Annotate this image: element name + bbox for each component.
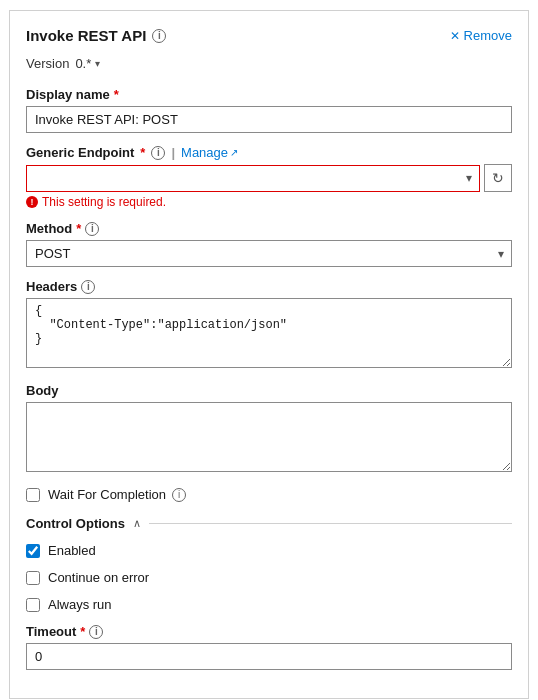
timeout-label: Timeout * i bbox=[26, 624, 512, 639]
timeout-field: Timeout * i bbox=[26, 624, 512, 670]
wait-info-icon[interactable]: i bbox=[172, 488, 186, 502]
error-icon: ! bbox=[26, 196, 38, 208]
headers-info-icon[interactable]: i bbox=[81, 280, 95, 294]
section-title-row: Control Options ∧ bbox=[26, 516, 512, 531]
generic-endpoint-field: Generic Endpoint * i | Manage ↗ ↻ ! bbox=[26, 145, 512, 209]
always-run-checkbox[interactable] bbox=[26, 598, 40, 612]
label-actions: Generic Endpoint * i | Manage ↗ bbox=[26, 145, 238, 160]
endpoint-select[interactable] bbox=[26, 165, 480, 192]
control-options-section: Control Options ∧ Enabled Continue on er… bbox=[26, 516, 512, 612]
body-label: Body bbox=[26, 383, 512, 398]
section-divider bbox=[149, 523, 512, 524]
endpoint-required: * bbox=[140, 145, 145, 160]
method-label: Method * i bbox=[26, 221, 512, 236]
body-field: Body bbox=[26, 383, 512, 475]
continue-on-error-label[interactable]: Continue on error bbox=[48, 570, 149, 585]
label-separator: | bbox=[171, 145, 175, 160]
panel-title-text: Invoke REST API bbox=[26, 27, 146, 44]
version-row: Version 0.* ▾ bbox=[26, 56, 512, 71]
display-name-required: * bbox=[114, 87, 119, 102]
display-name-input[interactable] bbox=[26, 106, 512, 133]
version-dropdown[interactable]: 0.* ▾ bbox=[75, 56, 100, 71]
enabled-checkbox[interactable] bbox=[26, 544, 40, 558]
wait-for-completion-checkbox[interactable] bbox=[26, 488, 40, 502]
endpoint-input-row: ↻ bbox=[26, 164, 512, 192]
headers-label: Headers i bbox=[26, 279, 512, 294]
body-textarea[interactable] bbox=[26, 402, 512, 472]
enabled-row: Enabled bbox=[26, 543, 512, 558]
timeout-input[interactable] bbox=[26, 643, 512, 670]
method-field: Method * i POST GET PUT DELETE PATCH bbox=[26, 221, 512, 267]
headers-textarea[interactable]: { "Content-Type":"application/json" } bbox=[26, 298, 512, 368]
headers-field: Headers i { "Content-Type":"application/… bbox=[26, 279, 512, 371]
close-icon: ✕ bbox=[450, 29, 460, 43]
method-select-wrapper: POST GET PUT DELETE PATCH bbox=[26, 240, 512, 267]
enabled-label[interactable]: Enabled bbox=[48, 543, 96, 558]
version-label: Version bbox=[26, 56, 69, 71]
always-run-label[interactable]: Always run bbox=[48, 597, 112, 612]
display-name-field: Display name * bbox=[26, 87, 512, 133]
endpoint-refresh-button[interactable]: ↻ bbox=[484, 164, 512, 192]
always-run-row: Always run bbox=[26, 597, 512, 612]
section-chevron-icon[interactable]: ∧ bbox=[133, 517, 141, 530]
method-select[interactable]: POST GET PUT DELETE PATCH bbox=[26, 240, 512, 267]
timeout-required: * bbox=[80, 624, 85, 639]
external-link-icon: ↗ bbox=[230, 147, 238, 158]
endpoint-info-icon[interactable]: i bbox=[151, 146, 165, 160]
timeout-info-icon[interactable]: i bbox=[89, 625, 103, 639]
continue-on-error-checkbox[interactable] bbox=[26, 571, 40, 585]
remove-button[interactable]: ✕ Remove bbox=[450, 28, 512, 43]
version-value: 0.* bbox=[75, 56, 91, 71]
control-options-title: Control Options bbox=[26, 516, 125, 531]
title-info-icon[interactable]: i bbox=[152, 29, 166, 43]
version-chevron-icon: ▾ bbox=[95, 58, 100, 69]
manage-link[interactable]: Manage ↗ bbox=[181, 145, 238, 160]
panel-title: Invoke REST API i bbox=[26, 27, 166, 44]
method-required: * bbox=[76, 221, 81, 236]
generic-endpoint-label-row: Generic Endpoint * i | Manage ↗ bbox=[26, 145, 512, 160]
wait-for-completion-row: Wait For Completion i bbox=[26, 487, 512, 502]
endpoint-select-wrapper bbox=[26, 165, 480, 192]
endpoint-error-message: ! This setting is required. bbox=[26, 195, 512, 209]
panel-header: Invoke REST API i ✕ Remove bbox=[26, 27, 512, 44]
wait-for-completion-label[interactable]: Wait For Completion i bbox=[48, 487, 186, 502]
refresh-icon: ↻ bbox=[492, 170, 504, 186]
method-info-icon[interactable]: i bbox=[85, 222, 99, 236]
display-name-label: Display name * bbox=[26, 87, 512, 102]
remove-label: Remove bbox=[464, 28, 512, 43]
continue-on-error-row: Continue on error bbox=[26, 570, 512, 585]
